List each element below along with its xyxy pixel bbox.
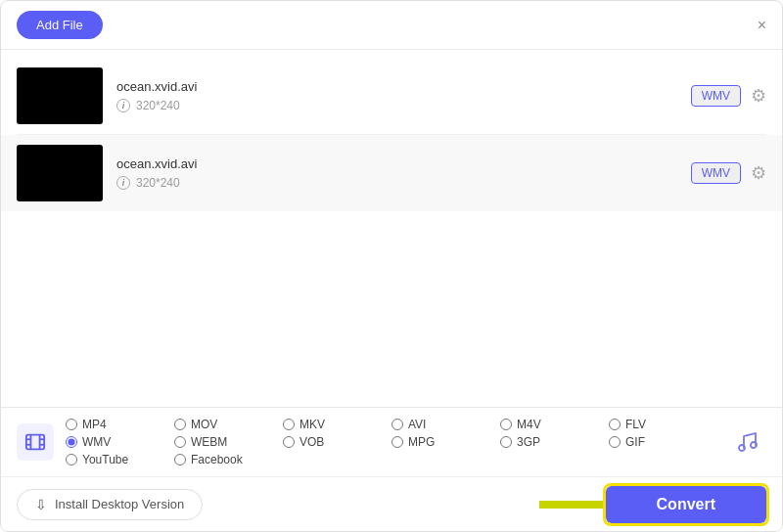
download-icon: ⇩ — [35, 497, 47, 512]
file-item: ocean.xvid.avi i 320*240 WMV ⚙ — [1, 135, 782, 211]
settings-icon[interactable]: ⚙ — [751, 162, 766, 184]
format-options: MP4 MOV MKV AVI M4V FLV WMV WEBM VOB MPG… — [66, 418, 717, 466]
format-option-facebook[interactable]: Facebook — [174, 453, 283, 466]
format-option-mpg[interactable]: MPG — [392, 435, 500, 449]
file-info: ocean.xvid.avi i 320*240 — [116, 156, 691, 190]
file-meta: i 320*240 — [116, 99, 691, 112]
file-actions: WMV ⚙ — [691, 162, 766, 184]
file-meta: i 320*240 — [116, 176, 691, 190]
format-option-mkv[interactable]: MKV — [283, 418, 392, 431]
format-option-mov[interactable]: MOV — [174, 418, 283, 431]
info-icon: i — [116, 99, 130, 112]
format-option-youtube[interactable]: YouTube — [66, 453, 174, 466]
file-name: ocean.xvid.avi — [116, 156, 691, 171]
film-icon — [24, 431, 46, 453]
convert-button[interactable]: Convert — [606, 486, 766, 523]
svg-rect-0 — [26, 435, 44, 450]
format-option-gif[interactable]: GIF — [609, 435, 717, 449]
info-icon: i — [116, 176, 130, 190]
format-option-3gp[interactable]: 3GP — [500, 435, 609, 449]
convert-wrap: Convert — [606, 486, 766, 523]
format-bar: MP4 MOV MKV AVI M4V FLV WMV WEBM VOB MPG… — [1, 407, 782, 476]
install-desktop-button[interactable]: ⇩ Install Desktop Version — [17, 489, 203, 520]
file-actions: WMV ⚙ — [691, 85, 766, 107]
file-thumbnail — [17, 67, 103, 124]
file-name: ocean.xvid.avi — [116, 79, 691, 94]
format-option-wmv[interactable]: WMV — [66, 435, 174, 449]
format-option-mp4[interactable]: MP4 — [66, 418, 174, 431]
format-badge[interactable]: WMV — [691, 85, 741, 107]
file-dims: 320*240 — [136, 99, 180, 112]
settings-icon[interactable]: ⚙ — [751, 85, 766, 107]
file-info: ocean.xvid.avi i 320*240 — [116, 79, 691, 112]
install-label: Install Desktop Version — [55, 497, 184, 511]
add-file-button[interactable]: Add File — [17, 11, 103, 39]
format-option-webm[interactable]: WEBM — [174, 435, 283, 449]
file-list: ocean.xvid.avi i 320*240 WMV ⚙ ocean.xvi… — [1, 50, 782, 219]
footer-bar: ⇩ Install Desktop Version Convert — [1, 476, 782, 531]
file-dims: 320*240 — [136, 176, 180, 190]
format-option-m4v[interactable]: M4V — [500, 418, 609, 431]
file-thumbnail — [17, 145, 103, 201]
music-icon-wrap[interactable] — [729, 423, 766, 461]
app-header: Add File × — [1, 1, 782, 50]
file-item: ocean.xvid.avi i 320*240 WMV ⚙ — [17, 58, 766, 135]
format-grid-icon — [17, 423, 54, 461]
format-option-flv[interactable]: FLV — [609, 418, 717, 431]
format-option-avi[interactable]: AVI — [392, 418, 500, 431]
format-option-vob[interactable]: VOB — [283, 435, 392, 449]
close-button[interactable]: × — [758, 18, 766, 33]
format-badge[interactable]: WMV — [691, 162, 741, 184]
music-icon — [734, 428, 761, 456]
